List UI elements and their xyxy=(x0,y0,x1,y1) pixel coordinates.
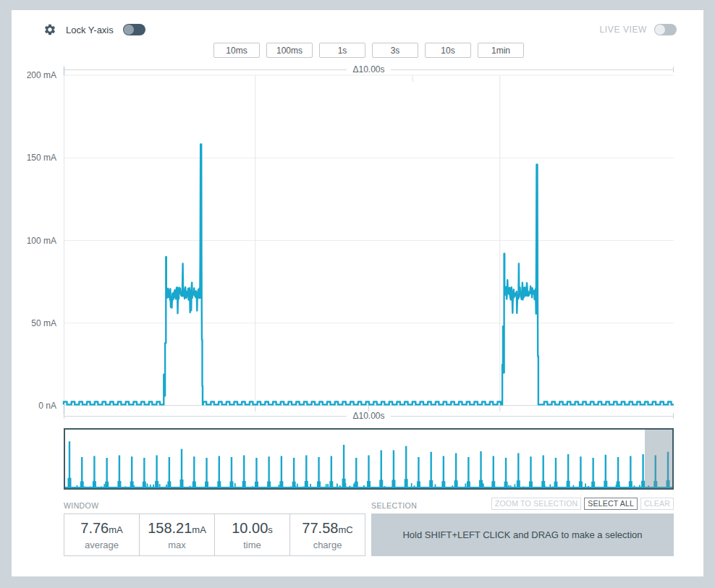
stat-average-value: 7.76 xyxy=(80,520,109,536)
range-button-10ms[interactable]: 10ms xyxy=(213,43,260,58)
stat-charge-label: charge xyxy=(313,540,342,550)
overview-minimap[interactable] xyxy=(64,428,674,490)
toggle-knob xyxy=(655,25,665,35)
selection-hint-text: Hold SHIFT+LEFT CLICK and DRAG to make a… xyxy=(402,529,642,540)
stat-charge: 77.58mC charge xyxy=(290,514,365,555)
ruler-line xyxy=(64,69,347,70)
stat-average-unit: mA xyxy=(109,524,123,535)
window-duration-ruler-bottom: Δ10.00s xyxy=(64,411,674,421)
current-trace-plot xyxy=(64,75,674,406)
stat-time-label: time xyxy=(243,540,261,550)
live-view-toggle[interactable] xyxy=(654,24,677,35)
lock-y-axis-toggle[interactable] xyxy=(123,24,145,35)
stat-charge-unit: mC xyxy=(338,524,352,535)
ruler-line xyxy=(391,69,673,70)
power-profiler-panel: Lock Y-axis LIVE VIEW 10ms 100ms 1s 3s 1… xyxy=(12,10,703,576)
y-tick-100ma: 100 mA xyxy=(27,236,56,246)
minimap-window-handle[interactable] xyxy=(645,430,672,488)
settings-gear-icon[interactable] xyxy=(43,23,56,36)
select-all-button[interactable]: SELECT ALL xyxy=(584,498,638,510)
y-axis-labels: 200 mA 150 mA 100 mA 50 mA 0 nA xyxy=(12,75,56,406)
live-view-label: LIVE VIEW xyxy=(600,25,647,35)
selection-hint-panel: Hold SHIFT+LEFT CLICK and DRAG to make a… xyxy=(371,514,674,556)
stat-time: 10.00s time xyxy=(215,514,290,555)
stat-charge-value: 77.58 xyxy=(302,520,338,536)
selection-section-label: SELECTION xyxy=(371,501,417,510)
stat-max: 158.21mA max xyxy=(140,514,215,555)
range-button-3s[interactable]: 3s xyxy=(372,43,418,58)
y-tick-200ma: 200 mA xyxy=(27,70,56,80)
selection-section: SELECTION ZOOM TO SELECTION SELECT ALL C… xyxy=(371,498,674,556)
range-button-1min[interactable]: 1min xyxy=(478,43,524,58)
toggle-knob xyxy=(124,25,134,35)
stat-average-label: average xyxy=(85,540,119,550)
top-toolbar: Lock Y-axis LIVE VIEW xyxy=(12,10,703,39)
stat-max-unit: mA xyxy=(192,524,206,535)
ruler-end-tick xyxy=(673,67,674,72)
stat-max-label: max xyxy=(168,540,186,550)
minimap-trace xyxy=(65,430,672,488)
bottom-panels: WINDOW 7.76mA average 158.21mA max 10.00… xyxy=(64,498,674,556)
selection-actions: ZOOM TO SELECTION SELECT ALL CLEAR xyxy=(491,498,674,510)
y-axis-controls: Lock Y-axis xyxy=(43,23,145,36)
ruler-end-tick xyxy=(673,413,674,419)
stat-average: 7.76mA average xyxy=(64,514,140,555)
stat-max-value: 158.21 xyxy=(148,520,192,536)
stat-time-unit: s xyxy=(268,524,273,535)
y-tick-0na: 0 nA xyxy=(38,401,56,411)
main-current-chart[interactable]: 200 mA 150 mA 100 mA 50 mA 0 nA xyxy=(64,75,674,406)
y-tick-50ma: 50 mA xyxy=(31,318,56,328)
lock-y-axis-label: Lock Y-axis xyxy=(66,25,114,35)
window-duration-ruler-top: Δ10.00s xyxy=(64,64,674,74)
range-button-10s[interactable]: 10s xyxy=(425,43,471,58)
window-duration-label: Δ10.00s xyxy=(352,64,384,74)
window-stats-box: 7.76mA average 158.21mA max 10.00s time … xyxy=(64,514,365,556)
time-range-buttons: 10ms 100ms 1s 3s 10s 1min xyxy=(64,43,674,58)
range-button-1s[interactable]: 1s xyxy=(319,43,365,58)
zoom-to-selection-button[interactable]: ZOOM TO SELECTION xyxy=(491,498,581,510)
app-background: Lock Y-axis LIVE VIEW 10ms 100ms 1s 3s 1… xyxy=(0,0,715,587)
ruler-line xyxy=(391,416,673,417)
window-stats-section: WINDOW 7.76mA average 158.21mA max 10.00… xyxy=(64,498,365,556)
live-view-controls: LIVE VIEW xyxy=(600,24,677,35)
window-duration-label: Δ10.00s xyxy=(352,411,384,421)
ruler-line xyxy=(64,416,347,417)
y-tick-150ma: 150 mA xyxy=(27,153,56,163)
range-button-100ms[interactable]: 100ms xyxy=(266,43,313,58)
clear-selection-button[interactable]: CLEAR xyxy=(640,498,674,510)
stat-time-value: 10.00 xyxy=(232,520,268,536)
window-section-label: WINDOW xyxy=(64,501,98,510)
